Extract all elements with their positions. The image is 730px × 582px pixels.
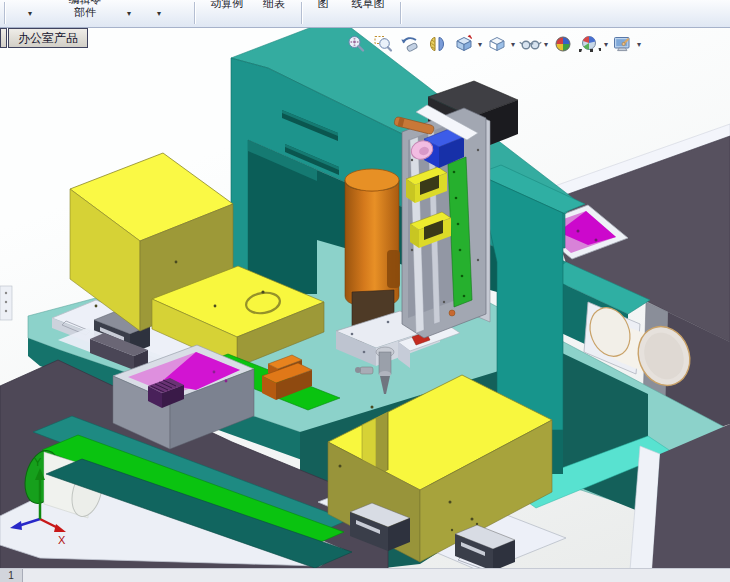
view-orientation-icon[interactable]: [452, 31, 476, 57]
apply-scene-icon[interactable]: [578, 31, 602, 57]
exploded-view-button[interactable]: 图: [306, 0, 340, 26]
bom-table-label: 细表: [252, 0, 296, 11]
display-style-icon[interactable]: [485, 31, 509, 57]
previous-view-icon[interactable]: [398, 31, 422, 57]
command-toolbar: ▾ 编辑零 部件 ▾ ▾ 动算例 细表 图 线草图: [0, 0, 730, 28]
toolbar-separator: [400, 2, 402, 24]
triad-x-label: X: [58, 534, 66, 546]
document-tab-partial[interactable]: [0, 28, 7, 48]
toolbar-separator: [4, 2, 6, 24]
edit-component-button[interactable]: 编辑零 部件: [50, 0, 120, 26]
toolbar-separator: [194, 2, 196, 24]
apply-scene-caret[interactable]: ▾: [604, 40, 608, 49]
solidworks-window: { "toolbar": { "caret": "▾", "buttons": …: [0, 0, 730, 582]
explode-line-sketch-label: 线草图: [340, 0, 396, 11]
explode-line-sketch-button[interactable]: 线草图: [340, 0, 396, 26]
exploded-view-label: 图: [306, 0, 340, 11]
display-style-caret[interactable]: ▾: [511, 40, 515, 49]
section-view-icon[interactable]: [425, 31, 449, 57]
hide-show-items-caret[interactable]: ▾: [544, 40, 548, 49]
edit-appearance-icon[interactable]: [551, 31, 575, 57]
page-indicator[interactable]: 1: [0, 569, 23, 582]
status-strip: 1: [0, 568, 730, 582]
zoom-to-fit-icon[interactable]: [344, 31, 368, 57]
view-settings-icon[interactable]: [611, 31, 635, 57]
document-tab[interactable]: 办公室产品: [8, 28, 88, 48]
toolbar-separator: [301, 2, 303, 24]
triad-y-label: Y: [34, 456, 42, 468]
zoom-to-area-icon[interactable]: [371, 31, 395, 57]
assembly-3d-scene[interactable]: X Y: [0, 0, 730, 582]
view-orientation-caret[interactable]: ▾: [478, 40, 482, 49]
toolbar-dropdown-caret-2[interactable]: ▾: [127, 9, 131, 18]
edit-component-label-bottom: 部件: [50, 6, 120, 19]
document-tab-label: 办公室产品: [18, 31, 78, 45]
bom-table-button[interactable]: 细表: [252, 0, 296, 26]
toolbar-dropdown-caret-3[interactable]: ▾: [157, 9, 161, 18]
toolbar-dropdown-caret-1[interactable]: ▾: [28, 9, 32, 18]
hide-show-items-icon[interactable]: [518, 31, 542, 57]
heads-up-view-toolbar: ▾ ▾ ▾ ▾ ▾: [344, 31, 641, 57]
view-settings-caret[interactable]: ▾: [637, 40, 641, 49]
graphics-viewport[interactable]: ▾ ▾ ▾ ▾ ▾: [0, 27, 730, 568]
motion-study-label: 动算例: [199, 0, 255, 11]
motion-study-button[interactable]: 动算例: [199, 0, 255, 26]
